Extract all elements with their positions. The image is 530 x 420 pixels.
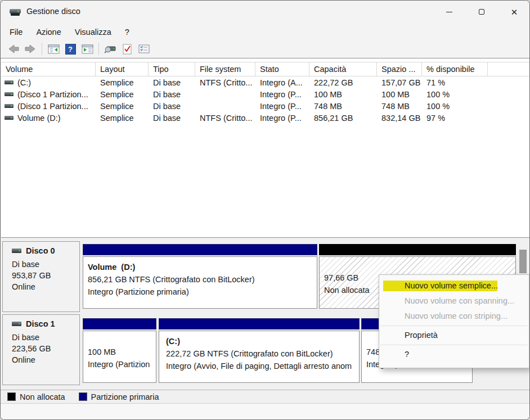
console-tree-window-icon[interactable] xyxy=(45,42,62,56)
legend-label: Partizione primaria xyxy=(91,392,159,401)
table-row[interactable]: (C:) Semplice Di base NTFS (Critto... In… xyxy=(1,76,530,88)
menu-item-label: ? xyxy=(405,350,409,359)
column-header-disponibile[interactable]: % disponibile xyxy=(422,62,488,76)
close-icon: ✕ xyxy=(511,8,518,16)
table-row[interactable]: (Disco 1 Partizion... Semplice Di base I… xyxy=(1,88,530,100)
cell-layout: Semplice xyxy=(96,114,149,123)
disk0-unallocated-band xyxy=(319,244,516,255)
properties-list-icon[interactable] xyxy=(136,42,152,56)
column-header-volume[interactable]: Volume xyxy=(1,62,96,76)
cell-volume: (Disco 1 Partizion... xyxy=(17,102,88,111)
maximize-button[interactable] xyxy=(465,1,498,23)
menu-item-label: Nuovo volume semplice... xyxy=(405,281,498,290)
cell-spazio: 100 MB xyxy=(377,90,422,99)
menu-help[interactable]: ? xyxy=(119,26,135,38)
disk1-name: Disco 1 xyxy=(26,319,55,328)
disk1-header-panel[interactable]: Disco 1 Di base 223,56 GB Online xyxy=(2,314,80,385)
disk0-header-panel[interactable]: Disco 0 Di base 953,87 GB Online xyxy=(2,241,80,312)
menu-azione[interactable]: Azione xyxy=(30,26,66,38)
disk0-partition-d[interactable]: Volume (D:) 856,21 GB NTFS (Crittografat… xyxy=(83,256,317,309)
disk1-status: Online xyxy=(12,354,79,365)
cell-capacita: 748 MB xyxy=(309,102,377,111)
back-arrow-icon[interactable] xyxy=(5,42,22,56)
cell-disponibile: 100 % xyxy=(422,90,488,99)
disk1-partition1[interactable]: 100 MB Integro (Partizion xyxy=(83,331,156,383)
cell-spazio: 832,14 GB xyxy=(377,114,422,123)
maximize-icon xyxy=(479,9,484,15)
forward-arrow-icon[interactable] xyxy=(22,42,39,56)
cell-disponibile: 97 % xyxy=(422,114,488,123)
cell-layout: Semplice xyxy=(96,78,149,87)
menu-visualizza[interactable]: Visualizza xyxy=(69,26,117,38)
column-header-file-system[interactable]: File system xyxy=(195,62,255,76)
close-button[interactable]: ✕ xyxy=(498,1,530,23)
table-row[interactable]: (Disco 1 Partizion... Semplice Di base I… xyxy=(1,100,530,112)
vertical-scrollbar-thumb[interactable] xyxy=(519,250,527,273)
toolbar-separator xyxy=(98,43,99,55)
cell-tipo: Di base xyxy=(149,102,195,111)
disk0-size: 953,87 GB xyxy=(12,270,79,281)
cell-disponibile: 100 % xyxy=(422,102,488,111)
column-header-capacita[interactable]: Capacità xyxy=(309,62,377,76)
disk0-type: Di base xyxy=(12,259,79,270)
unallocated-swatch xyxy=(7,392,16,401)
menu-bar: File Azione Visualizza ? xyxy=(1,24,530,40)
cell-disponibile: 71 % xyxy=(422,78,488,87)
cell-volume: (C:) xyxy=(17,78,31,87)
menu-separator xyxy=(380,345,528,345)
cell-stato: Integro (P... xyxy=(255,114,309,123)
cell-tipo: Di base xyxy=(149,114,195,123)
menu-item-help[interactable]: ? xyxy=(379,347,529,362)
status-bar xyxy=(1,403,530,420)
toolbar: ? xyxy=(1,40,530,58)
column-header-spazio[interactable]: Spazio ... xyxy=(377,62,422,76)
action-pane-window-icon[interactable] xyxy=(79,42,96,56)
disk-icon xyxy=(12,249,21,253)
volume-icon xyxy=(5,104,14,108)
legend-item-primary-partition: Partizione primaria xyxy=(79,392,159,401)
disk-management-window: Gestione disco ✕ File Azione Visualizza … xyxy=(0,0,530,420)
disk1-size: 223,56 GB xyxy=(12,343,79,354)
volume-list-pane: Volume Layout Tipo File system Stato Cap… xyxy=(1,58,530,238)
cell-file-system: NTFS (Critto... xyxy=(195,78,255,87)
menu-item-label: Nuovo volume con spanning... xyxy=(405,296,514,305)
window-controls: ✕ xyxy=(433,1,530,24)
partition-size-fs: 856,21 GB NTFS (Crittografato con BitLoc… xyxy=(88,273,317,286)
minimize-button[interactable] xyxy=(433,1,465,23)
disk0-status: Online xyxy=(12,281,79,292)
menu-item-proprieta[interactable]: Proprietà xyxy=(379,328,529,343)
partition-size-fs: 100 MB xyxy=(88,346,156,358)
cell-spazio: 748 MB xyxy=(377,102,422,111)
table-row[interactable]: Volume (D:) Semplice Di base NTFS (Critt… xyxy=(1,112,530,124)
column-header-layout[interactable]: Layout xyxy=(96,62,149,76)
menu-item-nuovo-volume-semplice[interactable]: Nuovo volume semplice... xyxy=(379,278,529,293)
legend-label: Non allocata xyxy=(20,392,65,401)
rescan-disks-magnifier-icon[interactable] xyxy=(102,42,119,56)
toolbar-separator xyxy=(42,43,42,55)
menu-item-nuovo-volume-striping: Nuovo volume con striping... xyxy=(379,309,529,324)
menu-item-nuovo-volume-spanning: Nuovo volume con spanning... xyxy=(379,293,529,309)
partition-title: Volume (D:) xyxy=(88,261,317,273)
menu-item-label: Proprietà xyxy=(405,331,438,340)
cell-tipo: Di base xyxy=(149,90,195,99)
partition-title: (C:) xyxy=(166,336,359,347)
column-header-stato[interactable]: Stato xyxy=(255,62,309,76)
partition-status: Integro (Partizion xyxy=(88,358,156,371)
menu-file[interactable]: File xyxy=(10,26,28,38)
volume-list-rows: (C:) Semplice Di base NTFS (Critto... In… xyxy=(1,76,530,124)
menu-item-label: Nuovo volume con striping... xyxy=(405,311,507,320)
help-icon[interactable]: ? xyxy=(62,42,79,56)
legend-bar: Non allocata Partizione primaria xyxy=(1,390,530,403)
legend-item-unallocated: Non allocata xyxy=(7,392,65,401)
cell-tipo: Di base xyxy=(149,78,195,87)
disk1-partition1-band xyxy=(83,318,156,329)
title-bar: Gestione disco ✕ xyxy=(1,1,530,24)
cell-file-system: NTFS (Critto... xyxy=(195,114,255,123)
context-menu: Nuovo volume semplice... Nuovo volume co… xyxy=(379,274,529,368)
minimize-icon xyxy=(446,12,452,12)
partition-size-fs: 222,72 GB NTFS (Crittografato con BitLoc… xyxy=(166,347,359,360)
document-red-check-icon[interactable] xyxy=(119,42,136,56)
disk1-partition-c[interactable]: (C:) 222,72 GB NTFS (Crittografato con B… xyxy=(159,331,360,383)
disk1-type: Di base xyxy=(12,332,79,343)
column-header-tipo[interactable]: Tipo xyxy=(149,62,195,76)
